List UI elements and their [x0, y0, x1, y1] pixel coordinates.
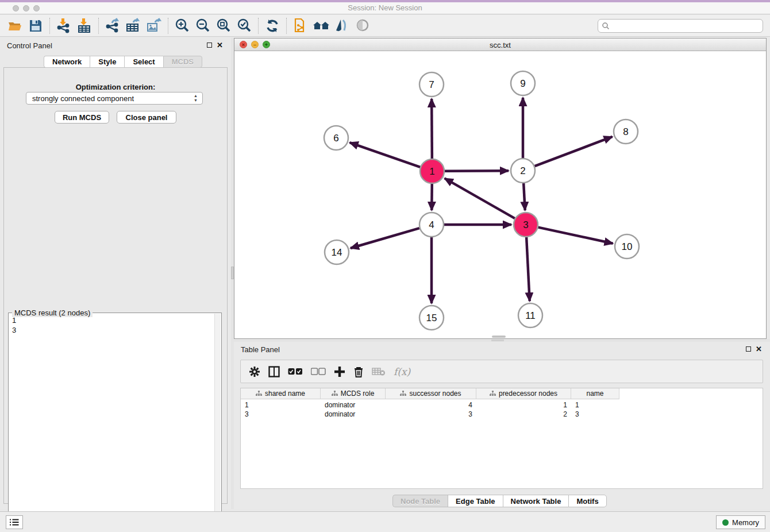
toolbar-separator	[49, 18, 50, 34]
main-toolbar	[0, 15, 770, 37]
column-header-successor-nodes[interactable]: successor nodes	[386, 388, 476, 399]
network-window-title: scc.txt	[234, 41, 766, 49]
export-image-icon[interactable]	[144, 17, 164, 35]
deselect-all-icon[interactable]	[311, 368, 326, 376]
zoom-in-icon[interactable]	[172, 17, 192, 35]
graph-node-label-10: 10	[622, 241, 633, 252]
task-history-button[interactable]	[6, 515, 23, 529]
app-title: Session: New Session	[0, 3, 770, 12]
memory-button[interactable]: Memory	[716, 515, 765, 529]
column-header-predecessor-nodes[interactable]: predecessor nodes	[476, 388, 571, 399]
tab-style[interactable]: Style	[90, 56, 124, 68]
tab-motifs[interactable]: Motifs	[568, 495, 606, 507]
first-neighbors-icon[interactable]	[311, 17, 332, 35]
close-panel-button[interactable]: Close panel	[117, 111, 176, 124]
refresh-layout-icon[interactable]	[262, 17, 283, 35]
graph-edge-3-11[interactable]	[526, 237, 530, 301]
mcds-result-box: MCDS result (2 nodes) 1 3	[8, 313, 222, 527]
control-panel-title: Control Panel	[7, 41, 52, 50]
cell-MCDS-role[interactable]: dominator	[321, 400, 386, 410]
import-table-icon[interactable]	[74, 17, 95, 35]
status-bar: Memory	[0, 511, 770, 532]
tab-mcds[interactable]: MCDS	[163, 56, 202, 68]
save-session-icon[interactable]	[25, 17, 46, 35]
tab-select[interactable]: Select	[124, 56, 163, 68]
search-icon	[602, 22, 610, 30]
graph-edge-1-7[interactable]	[432, 99, 432, 159]
graph-edge-4-14[interactable]	[351, 228, 419, 248]
network-h-scrollbar-thumb[interactable]	[492, 336, 506, 338]
column-header-MCDS-role[interactable]: MCDS role	[321, 388, 386, 399]
mcds-result-text[interactable]: 1 3	[12, 315, 16, 335]
cell-successor-nodes[interactable]: 3	[386, 410, 476, 419]
zoom-selected-icon[interactable]	[234, 17, 255, 35]
select-all-icon[interactable]	[288, 368, 303, 376]
graph-edge-2-3[interactable]	[523, 183, 525, 210]
splitter-grip[interactable]	[491, 340, 504, 341]
window-accent-strip	[0, 0, 770, 2]
node-table[interactable]: shared nameMCDS rolesuccessor nodesprede…	[240, 388, 763, 489]
mcds-result-scrollbar[interactable]	[214, 314, 221, 527]
open-session-icon[interactable]	[5, 17, 25, 35]
column-header-name[interactable]: name	[571, 388, 619, 399]
memory-label: Memory	[732, 518, 759, 527]
optimization-criterion-select[interactable]: strongly connected component ▲▼	[26, 92, 203, 105]
float-panel-icon[interactable]	[207, 43, 212, 48]
memory-status-icon	[722, 519, 729, 526]
apply-style-icon[interactable]	[332, 17, 352, 35]
cell-successor-nodes[interactable]: 4	[386, 400, 476, 410]
optimization-criterion-value: strongly connected component	[32, 94, 134, 103]
graph-node-label-6: 6	[333, 133, 338, 144]
toolbar-separator	[98, 18, 99, 34]
network-canvas[interactable]: 7968124314101511	[234, 51, 766, 338]
cell-name[interactable]: 3	[571, 410, 619, 419]
cell-shared-name[interactable]: 1	[241, 400, 321, 410]
cell-name[interactable]: 1	[571, 400, 619, 410]
toolbar-separator	[286, 18, 287, 34]
search-input[interactable]	[598, 19, 763, 33]
delete-icon[interactable]	[353, 366, 364, 377]
delete-table-icon	[372, 367, 386, 376]
graph-edge-1-2[interactable]	[445, 171, 509, 171]
column-header-shared-name[interactable]: shared name	[241, 388, 321, 399]
graph-edge-1-6[interactable]	[350, 142, 421, 167]
cell-predecessor-nodes[interactable]: 1	[476, 400, 571, 410]
export-table-icon[interactable]	[123, 17, 144, 35]
network-view-window: × – + scc.txt 7968124314101511	[234, 38, 767, 339]
tab-edge-table[interactable]: Edge Table	[448, 495, 502, 507]
tab-node-table[interactable]: Node Table	[392, 495, 448, 507]
tab-network[interactable]: Network	[44, 56, 90, 68]
float-panel-icon[interactable]	[746, 346, 751, 352]
run-mcds-button[interactable]: Run MCDS	[55, 111, 109, 124]
graph-edge-3-10[interactable]	[538, 228, 613, 244]
function-builder-icon: f(x)	[394, 366, 410, 377]
mcds-result-title: MCDS result (2 nodes)	[12, 309, 93, 317]
show-hide-details-icon[interactable]	[352, 17, 373, 35]
graph-node-label-11: 11	[525, 310, 536, 321]
split-view-icon[interactable]	[268, 366, 280, 377]
cell-predecessor-nodes[interactable]: 2	[476, 410, 571, 419]
optimization-criterion-label: Optimization criterion:	[4, 83, 227, 91]
namespace-icon	[332, 391, 338, 396]
network-from-selection-icon[interactable]	[290, 17, 311, 35]
import-network-icon[interactable]	[53, 17, 74, 35]
tab-network-table[interactable]: Network Table	[503, 495, 569, 507]
app-titlebar: Session: New Session	[0, 0, 770, 14]
settings-icon[interactable]	[249, 366, 260, 377]
table-panel: Table Panel ✕ f(x) shared nameMCDS roles…	[234, 342, 770, 509]
close-panel-icon[interactable]: ✕	[756, 346, 762, 352]
graph-edge-3-1[interactable]	[445, 178, 515, 218]
cell-MCDS-role[interactable]: dominator	[321, 410, 386, 419]
zoom-out-icon[interactable]	[192, 17, 213, 35]
graph-node-label-9: 9	[520, 78, 525, 89]
table-row[interactable]: 1dominator411	[241, 400, 763, 410]
graph-edge-2-8[interactable]	[535, 137, 613, 166]
fit-content-icon[interactable]	[213, 17, 234, 35]
close-panel-icon[interactable]: ✕	[217, 43, 223, 48]
add-icon[interactable]	[334, 366, 345, 377]
export-network-icon[interactable]	[102, 17, 123, 35]
network-window-titlebar[interactable]: × – + scc.txt	[234, 38, 766, 51]
table-row[interactable]: 3dominator323	[241, 410, 763, 419]
cell-shared-name[interactable]: 3	[241, 410, 321, 419]
search-field-wrapper	[598, 19, 763, 33]
